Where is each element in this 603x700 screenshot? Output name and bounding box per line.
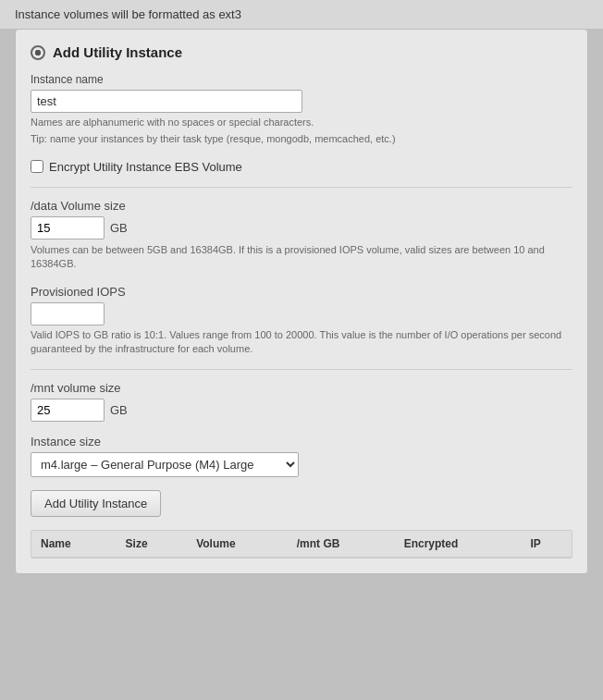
- instances-table: NameSizeVolume/mnt GBEncryptedIP: [31, 531, 572, 558]
- table-col-mnt-gb: /mnt GB: [288, 531, 395, 558]
- mnt-volume-row: GB: [31, 399, 572, 422]
- provisioned-iops-hint: Valid IOPS to GB ratio is 10:1. Values r…: [31, 328, 572, 357]
- instances-table-container: NameSizeVolume/mnt GBEncryptedIP: [31, 530, 572, 559]
- table-col-size: Size: [117, 531, 188, 558]
- main-panel: Add Utility Instance Instance name Names…: [15, 29, 588, 574]
- provisioned-iops-input[interactable]: [31, 302, 105, 325]
- instance-name-label: Instance name: [31, 73, 572, 86]
- instance-name-hint2: Tip: name your instances by their task t…: [31, 132, 572, 146]
- data-volume-group: /data Volume size GB Volumes can be betw…: [31, 199, 572, 272]
- table-col-name: Name: [31, 531, 117, 558]
- add-utility-instance-button[interactable]: Add Utility Instance: [31, 490, 161, 517]
- encrypt-label: Encrypt Utility Instance EBS Volume: [49, 160, 242, 174]
- mnt-volume-input[interactable]: [31, 399, 105, 422]
- instance-name-group: Instance name Names are alphanumeric wit…: [31, 73, 572, 147]
- table-col-ip: IP: [521, 531, 572, 558]
- mnt-volume-label: /mnt volume size: [31, 381, 572, 395]
- instance-name-hint1: Names are alphanumeric with no spaces or…: [31, 116, 572, 129]
- section-title: Add Utility Instance: [53, 44, 182, 60]
- data-volume-row: GB: [31, 216, 572, 239]
- instance-size-label: Instance size: [31, 435, 572, 448]
- banner-text: Instance volumes will be formatted as ex…: [15, 7, 241, 21]
- data-volume-label: /data Volume size: [31, 199, 572, 213]
- provisioned-iops-group: Provisioned IOPS Valid IOPS to GB ratio …: [31, 285, 572, 357]
- table-col-volume: Volume: [187, 531, 288, 558]
- table-header-row: NameSizeVolume/mnt GBEncryptedIP: [31, 531, 572, 558]
- table-header: NameSizeVolume/mnt GBEncryptedIP: [31, 531, 572, 558]
- encrypt-checkbox[interactable]: [31, 160, 43, 173]
- banner: Instance volumes will be formatted as ex…: [0, 0, 603, 29]
- section-header: Add Utility Instance: [31, 44, 572, 60]
- instance-size-select[interactable]: m4.large – General Purpose (M4) Largem4.…: [31, 452, 299, 477]
- instance-name-input[interactable]: [31, 90, 302, 113]
- divider-1: [31, 187, 572, 188]
- encrypt-checkbox-row: Encrypt Utility Instance EBS Volume: [31, 160, 572, 174]
- divider-2: [31, 369, 572, 370]
- data-volume-hint: Volumes can be between 5GB and 16384GB. …: [31, 243, 572, 272]
- provisioned-iops-label: Provisioned IOPS: [31, 285, 572, 299]
- instance-size-group: Instance size m4.large – General Purpose…: [31, 435, 572, 477]
- data-volume-input[interactable]: [31, 216, 105, 239]
- mnt-volume-group: /mnt volume size GB: [31, 381, 572, 422]
- data-volume-unit: GB: [110, 221, 128, 235]
- table-col-encrypted: Encrypted: [395, 531, 522, 558]
- mnt-volume-unit: GB: [110, 403, 128, 417]
- section-radio[interactable]: [31, 45, 45, 60]
